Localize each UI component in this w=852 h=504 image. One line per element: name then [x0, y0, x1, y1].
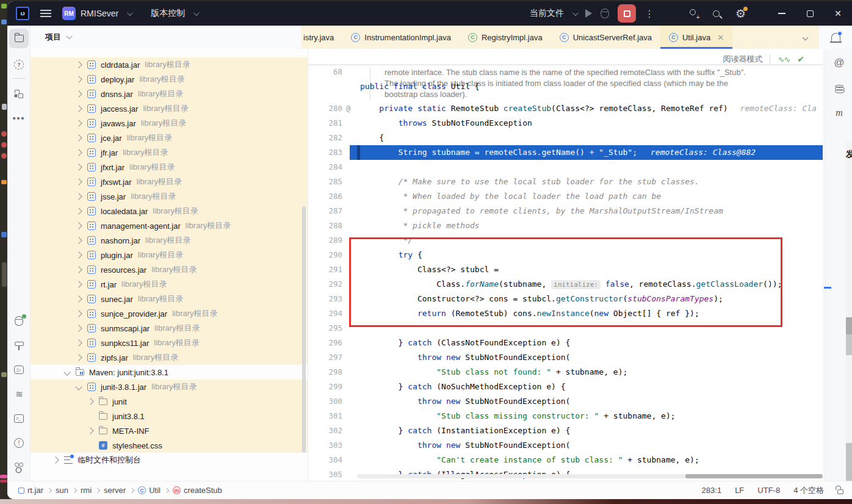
tree-item-management-agent-jar[interactable]: management-agent.jarlibrary根目录	[31, 218, 308, 233]
tab-instrumentationimpl-java[interactable]: CInstrumentationImpl.java	[342, 26, 460, 49]
tree-item-jfxswt-jar[interactable]: jfxswt.jarlibrary根目录	[31, 175, 308, 189]
chevron-right-icon[interactable]	[75, 76, 82, 82]
stop-button[interactable]	[618, 4, 636, 23]
chevron-right-icon[interactable]	[87, 398, 93, 405]
project-tool-button[interactable]	[9, 29, 29, 48]
settings-gear-icon[interactable]: ⚙	[735, 8, 746, 20]
tree-item-nashorn-jar[interactable]: nashorn.jarlibrary根目录	[31, 233, 308, 248]
chevron-right-icon[interactable]	[75, 178, 82, 185]
tree-item-sunpkcs11-jar[interactable]: sunpkcs11.jarlibrary根目录	[31, 336, 308, 350]
breadcrumb-util[interactable]: CUtil	[138, 486, 161, 495]
code-line-300[interactable]: 300 throw new StubNotFoundException(	[308, 394, 823, 409]
notifications-bell-icon[interactable]	[831, 33, 840, 41]
tree-item-junit3-8-1[interactable]: junit3.8.1	[31, 409, 308, 423]
chevron-right-icon[interactable]	[75, 193, 82, 200]
tree-item-sunjce_provider-jar[interactable]: sunjce_provider.jarlibrary根目录	[31, 306, 308, 321]
tree-item-zipfs-jar[interactable]: zipfs.jarlibrary根目录	[31, 350, 308, 365]
code-line-284[interactable]: 284	[308, 160, 823, 175]
gutter-annotation-icon[interactable]: @	[346, 101, 350, 116]
services-tool-button[interactable]: ▷	[9, 360, 29, 380]
tab-istry-java[interactable]: istry.java	[301, 26, 342, 49]
chevron-right-icon[interactable]	[75, 222, 82, 229]
tree-scrollbar[interactable]	[302, 206, 306, 453]
code-line-285[interactable]: 285 /* Make sure to use the local stub l…	[308, 175, 823, 189]
horizontal-scrollbar-thumb[interactable]	[685, 474, 823, 478]
chevron-right-icon[interactable]	[75, 207, 82, 214]
database-tool-button[interactable]	[830, 79, 848, 98]
tab-registryimpl-java[interactable]: CRegistryImpl.java	[460, 26, 551, 49]
debug-tool-button[interactable]	[9, 311, 29, 331]
breadcrumb-sun[interactable]: sun	[56, 486, 68, 495]
tree-item-sunec-jar[interactable]: sunec.jarlibrary根目录	[31, 292, 308, 306]
code-line-286[interactable]: 286 * When loaded by the local loader th…	[308, 189, 823, 204]
breadcrumb-createstub[interactable]: mcreateStub	[173, 486, 222, 495]
caret-position-status[interactable]: 283:1	[702, 486, 722, 495]
indent-status[interactable]: 4 个空格	[793, 485, 824, 496]
tree-item-stylesheet-css[interactable]: #stylesheet.css	[31, 438, 308, 453]
problems-tool-button[interactable]: !	[9, 433, 29, 453]
code-with-me-icon[interactable]	[688, 9, 697, 18]
search-everywhere-icon[interactable]	[713, 10, 720, 17]
code-editor[interactable]: remote interface. The stub class name is…	[308, 49, 823, 481]
run-button[interactable]	[585, 9, 592, 18]
maven-tool-button[interactable]: m	[830, 104, 848, 122]
code-line-281[interactable]: 281 throws StubNotFoundException	[308, 116, 823, 131]
tree-item-resources-jar[interactable]: resources.jarlibrary根目录	[31, 262, 308, 277]
chevron-right-icon[interactable]	[75, 120, 82, 126]
tree-item-maven-junit-junit-3-8-1[interactable]: Maven: junit:junit:3.8.1	[31, 365, 308, 380]
line-ending-status[interactable]: LF	[735, 486, 744, 495]
chevron-right-icon[interactable]	[75, 295, 82, 302]
code-line-303[interactable]: 303 throw new StubNotFoundException(	[308, 438, 823, 453]
code-line-283[interactable]: 283 String stubname = remoteClass.getNam…	[308, 145, 823, 160]
tree-item-jfxrt-jar[interactable]: jfxrt.jarlibrary根目录	[31, 160, 308, 175]
tree-item-plugin-jar[interactable]: plugin.jarlibrary根目录	[31, 248, 308, 262]
tab-unicastserverref-java[interactable]: CUnicastServerRef.java	[551, 26, 660, 49]
code-line-298[interactable]: 298 "Stub class not found: " + stubname,…	[308, 365, 823, 380]
chevron-right-icon[interactable]	[75, 251, 82, 258]
code-line-287[interactable]: 287 * propagated to remote clients, by t…	[308, 204, 823, 218]
tree-item-meta-inf[interactable]: META-INF	[31, 423, 308, 438]
chevron-right-icon[interactable]	[75, 149, 82, 156]
inspections-icon[interactable]: ∿∿	[778, 55, 790, 64]
chevron-right-icon[interactable]	[75, 105, 82, 112]
chevron-right-icon[interactable]	[75, 339, 82, 346]
chevron-right-icon[interactable]	[75, 354, 82, 361]
tree-item-localedata-jar[interactable]: localedata.jarlibrary根目录	[31, 204, 308, 218]
tree-item-cldrdata-jar[interactable]: cldrdata.jarlibrary根目录	[31, 57, 308, 72]
chevron-down-icon[interactable]	[63, 369, 70, 375]
breadcrumb-rmi[interactable]: rmi	[81, 486, 92, 495]
chevron-right-icon[interactable]	[75, 266, 82, 273]
ai-assistant-tool-button[interactable]: @	[830, 54, 848, 72]
tree-item-junit-3-8-1-jar[interactable]: junit-3.8.1.jarlibrary根目录	[31, 380, 308, 394]
tab-util-java[interactable]: CUtil.java✕	[660, 26, 732, 49]
help-tool-button[interactable]: ?	[9, 55, 29, 74]
tree-item-jfr-jar[interactable]: jfr.jarlibrary根目录	[31, 145, 308, 160]
breadcrumb-rt-jar[interactable]: rt.jar	[18, 486, 43, 495]
chevron-down-icon[interactable]	[75, 383, 82, 390]
tree-item-jaccess-jar[interactable]: jaccess.jarlibrary根目录	[31, 101, 308, 116]
tree-item-jce-jar[interactable]: jce.jarlibrary根目录	[31, 131, 308, 145]
reader-mode-button[interactable]: 阅读器模式	[723, 54, 762, 65]
tree-item-junit[interactable]: junit	[31, 394, 308, 409]
window-close-button[interactable]: ✕	[824, 1, 852, 26]
chevron-right-icon[interactable]	[75, 310, 82, 317]
tree-item-javaws-jar[interactable]: javaws.jarlibrary根目录	[31, 116, 308, 131]
git-tool-button[interactable]	[9, 458, 29, 477]
debug-button[interactable]	[601, 9, 609, 18]
code-line-299[interactable]: 299 } catch (NoSuchMethodException e) {	[308, 380, 823, 394]
tab-close-icon[interactable]: ✕	[717, 33, 724, 42]
code-line-304[interactable]: 304 "Can't create instance of stub class…	[308, 453, 823, 467]
unlocked-padlock-icon[interactable]	[837, 489, 843, 494]
code-line-297[interactable]: 297 throw new StubNotFoundException(	[308, 350, 823, 365]
more-tools-button[interactable]: •••	[9, 109, 29, 128]
tree-item-jsse-jar[interactable]: jsse.jarlibrary根目录	[31, 189, 308, 204]
structure-tool-button[interactable]	[9, 84, 29, 104]
tree-item-dnsns-jar[interactable]: dnsns.jarlibrary根目录	[31, 87, 308, 101]
code-line-280[interactable]: 280@ private static RemoteStub createStu…	[308, 101, 823, 116]
no-problems-check-icon[interactable]: ✔	[797, 54, 804, 64]
chevron-right-icon[interactable]	[75, 61, 82, 68]
chevron-right-icon[interactable]	[87, 427, 93, 434]
chevron-right-icon[interactable]	[75, 325, 82, 331]
code-line-288[interactable]: 288 * pickle methods	[308, 218, 823, 233]
code-line-296[interactable]: 296 } catch (ClassNotFoundException e) {	[308, 336, 823, 350]
